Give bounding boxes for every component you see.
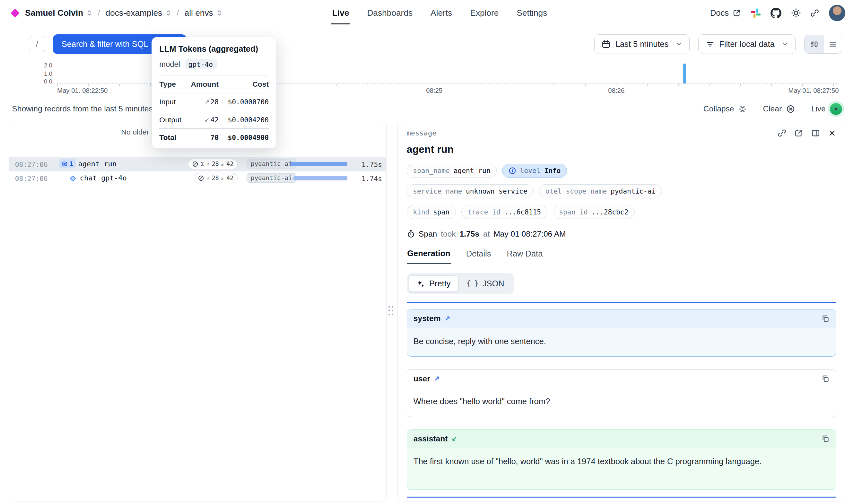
open-in-new-button[interactable] (794, 129, 803, 138)
llm-tokens-tooltip: LLM Tokens (aggregated) model gpt-4o Typ… (151, 37, 277, 149)
share-link-button[interactable] (810, 9, 819, 17)
span-duration-line: Span took 1.75s at May 01 08:27:06 AM (407, 230, 836, 238)
row-amount: 42 (210, 116, 219, 124)
detail-tabs: Generation Details Raw Data (407, 249, 836, 264)
avatar[interactable] (829, 5, 845, 21)
input-tokens: 28 (212, 175, 219, 181)
json-label: JSON (483, 279, 504, 288)
attribute-chip-row: service_name unknown_service otel_scope_… (407, 184, 836, 198)
row-timestamp: 08:27:06 (15, 161, 48, 168)
org-selector[interactable]: Samuel Colvin (25, 8, 92, 18)
copy-message-button[interactable] (821, 375, 829, 383)
logfire-logo-icon[interactable] (11, 8, 20, 18)
slack-button[interactable] (751, 8, 761, 18)
token-usage-chip: Σ ↗28 ↙42 (188, 159, 238, 169)
chip-span-id[interactable]: span_id ...28cbc2 (553, 205, 635, 219)
collapse-label: Collapse (704, 104, 734, 113)
collapse-button[interactable]: Collapse (704, 104, 747, 113)
records-timeline-chart: 2.0 1.0 0.0 May 01. 08:22:50 08:25 08:26… (0, 61, 854, 97)
view-compact-list-button[interactable] (823, 35, 842, 54)
github-button[interactable] (770, 8, 781, 19)
detail-header-actions (778, 129, 836, 138)
y-axis-tick: 2.0 (0, 62, 52, 69)
docs-label: Docs (710, 8, 729, 18)
messages-section: system ↗ Be concise, reply with one sent… (407, 302, 836, 498)
dock-panel-icon (811, 129, 820, 138)
tooltip-row-output: Output ↙42 $0.0004200 (159, 111, 269, 128)
live-label: Live (811, 104, 826, 113)
status-row: Showing records from the last 5 minutes … (0, 103, 854, 115)
chip-kind[interactable]: kind span (407, 205, 456, 219)
message-header: assistant ↙ (407, 430, 836, 448)
token-icon (198, 175, 204, 181)
menu-lines-icon (828, 40, 837, 49)
nav-alerts[interactable]: Alerts (431, 0, 452, 26)
chip-span-name[interactable]: span_name agent run (407, 164, 497, 178)
message-text: The first known use of "hello, world" wa… (407, 448, 836, 489)
link-icon (810, 9, 819, 17)
slash-shortcut-key[interactable]: / (29, 36, 45, 52)
row-type: Input (159, 97, 187, 106)
at-word: at (483, 230, 490, 238)
dock-panel-button[interactable] (811, 129, 820, 138)
nav-dashboards[interactable]: Dashboards (367, 0, 413, 26)
nav-live[interactable]: Live (332, 0, 349, 26)
env-name: all envs (185, 8, 213, 18)
message-text: Be concise, reply with one sentence. (407, 328, 836, 357)
clear-button[interactable]: Clear (763, 104, 795, 113)
breadcrumb-separator: / (177, 9, 179, 17)
tab-generation[interactable]: Generation (407, 249, 451, 264)
filter-local-data-dropdown[interactable]: Filter local data (698, 34, 796, 54)
clear-label: Clear (763, 104, 782, 113)
panel-resize-handle[interactable] (388, 306, 396, 317)
copy-message-button[interactable] (821, 314, 829, 323)
github-icon (770, 8, 781, 19)
trace-row-chat-gpt-4o[interactable]: 08:27:06 chat gpt-4o ↗28 ↙42 pydantic-ai… (9, 172, 386, 185)
search-toolbar: / Search & filter with SQL Last 5 minute… (0, 34, 854, 54)
external-link-icon (794, 129, 803, 138)
chart-spike-bar[interactable] (683, 64, 686, 83)
copy-link-button[interactable] (778, 129, 786, 138)
span-name: agent run (78, 160, 116, 168)
message-header: user ↗ (407, 370, 836, 388)
copy-icon (821, 435, 829, 443)
pretty-view-button[interactable]: Pretty (409, 275, 458, 292)
top-navbar: Samuel Colvin / docs-examples / all envs… (0, 0, 854, 26)
view-detail-list-button[interactable] (804, 35, 823, 54)
trace-rows: 08:27:06 1 agent run Σ ↗28 ↙42 pydantic-… (9, 157, 386, 185)
nav-explore[interactable]: Explore (470, 0, 498, 26)
nav-settings[interactable]: Settings (516, 0, 547, 26)
chip-service-name[interactable]: service_name unknown_service (407, 184, 534, 198)
docs-link[interactable]: Docs (710, 8, 741, 18)
list-detail-icon (810, 40, 818, 49)
attribute-chip-row: kind span trace_id ...6c8115 span_id ...… (407, 205, 836, 219)
message-role: system (414, 314, 441, 323)
attribute-chip-row: span_name agent run level Info (407, 164, 836, 178)
chip-level[interactable]: level Info (502, 164, 567, 178)
span-name: chat gpt-4o (80, 174, 127, 182)
json-view-button[interactable]: { } JSON (458, 275, 512, 292)
row-cost: $0.0004900 (219, 133, 269, 142)
row-cost: $0.0004200 (219, 116, 269, 124)
chip-otel-scope-name[interactable]: otel_scope_name pydantic-ai (539, 184, 662, 198)
x-axis-tick: 08:25 (426, 87, 442, 94)
env-selector[interactable]: all envs (185, 8, 222, 18)
chevron-updown-icon (165, 10, 171, 16)
project-selector[interactable]: docs-examples (105, 8, 171, 18)
chip-trace-id[interactable]: trace_id ...6c8115 (461, 205, 547, 219)
trace-row-agent-run[interactable]: 08:27:06 1 agent run Σ ↗28 ↙42 pydantic-… (9, 157, 386, 171)
tab-raw-data[interactable]: Raw Data (506, 249, 543, 264)
tab-details[interactable]: Details (466, 249, 492, 264)
theme-toggle-button[interactable] (792, 8, 801, 18)
pretty-label: Pretty (429, 279, 451, 288)
copy-message-button[interactable] (821, 435, 829, 443)
close-detail-button[interactable] (828, 129, 836, 137)
tooltip-table-header: Type Amount Cost (159, 75, 269, 93)
message-card-system: system ↗ Be concise, reply with one sent… (407, 309, 836, 357)
token-usage-chip: ↗28 ↙42 (194, 173, 238, 183)
span-diamond-icon (70, 175, 76, 181)
live-toggle-button[interactable]: Live (811, 103, 842, 115)
arrow-down-left-icon: ↙ (204, 116, 209, 123)
span-count: 1 (69, 161, 73, 167)
time-range-dropdown[interactable]: Last 5 minutes (594, 34, 689, 54)
